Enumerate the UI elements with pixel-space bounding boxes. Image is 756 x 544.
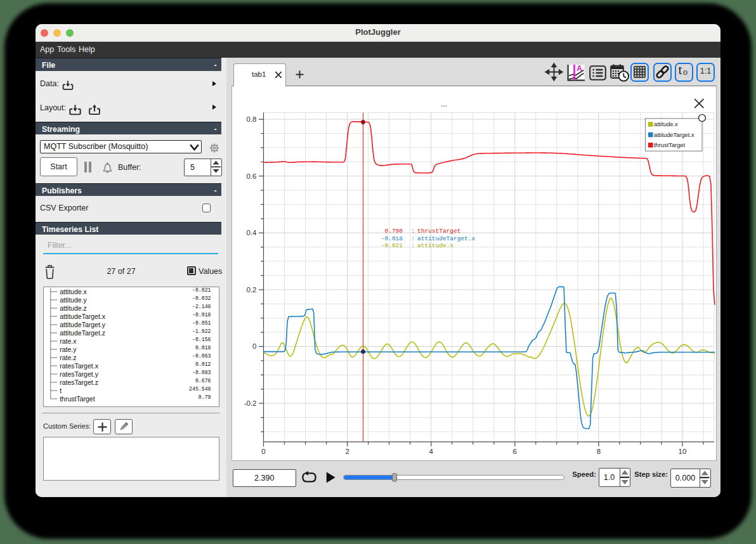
svg-text:-0.021: -0.021 [381, 242, 403, 249]
svg-text::: : [411, 228, 415, 235]
svg-text:-0.2: -0.2 [244, 399, 256, 406]
svg-text:10: 10 [678, 447, 686, 455]
svg-text:attitude.x: attitude.x [417, 242, 453, 249]
svg-text:0: 0 [261, 447, 265, 455]
svg-text:6: 6 [512, 447, 516, 455]
svg-text:0: 0 [252, 342, 256, 350]
svg-text:thrustTarget: thrustTarget [417, 228, 460, 235]
svg-text:attitudeTarget.x: attitudeTarget.x [654, 131, 694, 138]
svg-text::: : [411, 235, 415, 242]
svg-text::: : [411, 242, 415, 249]
svg-text:8: 8 [596, 447, 600, 455]
svg-text:2: 2 [345, 447, 349, 455]
svg-text:thrustTarget: thrustTarget [654, 142, 686, 148]
svg-text:attitude.x: attitude.x [654, 121, 678, 127]
svg-text:0.8: 0.8 [246, 115, 256, 122]
svg-text:0.4: 0.4 [246, 229, 257, 236]
svg-text:0.6: 0.6 [246, 172, 256, 179]
svg-text:...: ... [440, 99, 446, 108]
svg-text:0.790: 0.790 [384, 228, 403, 235]
svg-text:A: A [577, 64, 582, 73]
svg-text:0.2: 0.2 [246, 285, 256, 293]
svg-text:4: 4 [429, 447, 433, 455]
svg-text:attitudeTarget.x: attitudeTarget.x [417, 235, 476, 242]
svg-text:-0.018: -0.018 [381, 235, 403, 242]
